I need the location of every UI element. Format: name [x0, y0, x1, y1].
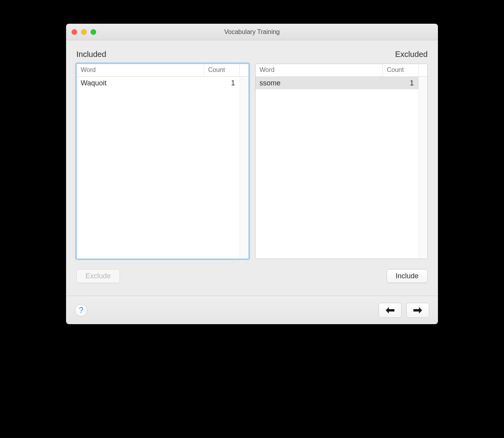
included-row-count: 1 — [204, 77, 240, 89]
excluded-table[interactable]: Word Count ssome 1 — [255, 64, 428, 259]
vocabulary-training-window: Vocabulary Training Included Excluded Wo… — [66, 24, 438, 324]
excluded-table-body: ssome 1 — [256, 77, 427, 259]
included-table-body: Waquoit 1 — [77, 77, 248, 259]
minimize-window-button[interactable] — [81, 29, 87, 35]
included-table-header: Word Count — [77, 64, 248, 77]
section-labels: Included Excluded — [76, 50, 428, 59]
included-header-spacer — [240, 64, 248, 76]
panels: Word Count Waquoit 1 Wor — [76, 64, 428, 259]
arrow-left-icon — [385, 307, 395, 314]
excluded-column-word[interactable]: Word — [256, 64, 383, 76]
forward-button[interactable] — [406, 303, 429, 318]
help-button[interactable]: ? — [75, 304, 87, 317]
window-title: Vocabulary Training — [66, 28, 438, 36]
table-row[interactable]: Waquoit 1 — [77, 77, 240, 89]
table-row[interactable]: ssome 1 — [256, 77, 419, 89]
excluded-header-spacer — [419, 64, 427, 76]
exclude-button[interactable]: Exclude — [76, 269, 120, 283]
excluded-row-count: 1 — [383, 77, 419, 89]
included-table[interactable]: Word Count Waquoit 1 — [76, 64, 249, 259]
excluded-row-word: ssome — [256, 77, 383, 89]
excluded-scrollbar[interactable] — [419, 77, 427, 259]
footer: ? — [66, 296, 438, 324]
help-icon: ? — [79, 306, 83, 315]
close-window-button[interactable] — [72, 29, 77, 35]
button-row: Exclude Include — [76, 269, 428, 283]
excluded-heading: Excluded — [395, 50, 428, 59]
included-column-count[interactable]: Count — [204, 64, 240, 76]
included-row-word: Waquoit — [77, 77, 204, 89]
content-area: Included Excluded Word Count Waquoit 1 — [66, 40, 438, 296]
excluded-table-header: Word Count — [256, 64, 427, 77]
excluded-column-count[interactable]: Count — [383, 64, 419, 76]
included-heading: Included — [76, 50, 106, 59]
excluded-rows[interactable]: ssome 1 — [256, 77, 419, 259]
title-bar: Vocabulary Training — [66, 24, 438, 40]
traffic-lights — [72, 29, 96, 35]
included-scrollbar[interactable] — [240, 77, 248, 259]
include-button[interactable]: Include — [387, 269, 428, 283]
included-column-word[interactable]: Word — [77, 64, 204, 76]
zoom-window-button[interactable] — [91, 29, 96, 35]
included-rows[interactable]: Waquoit 1 — [77, 77, 240, 259]
arrow-right-icon — [413, 307, 423, 314]
back-button[interactable] — [379, 303, 402, 318]
